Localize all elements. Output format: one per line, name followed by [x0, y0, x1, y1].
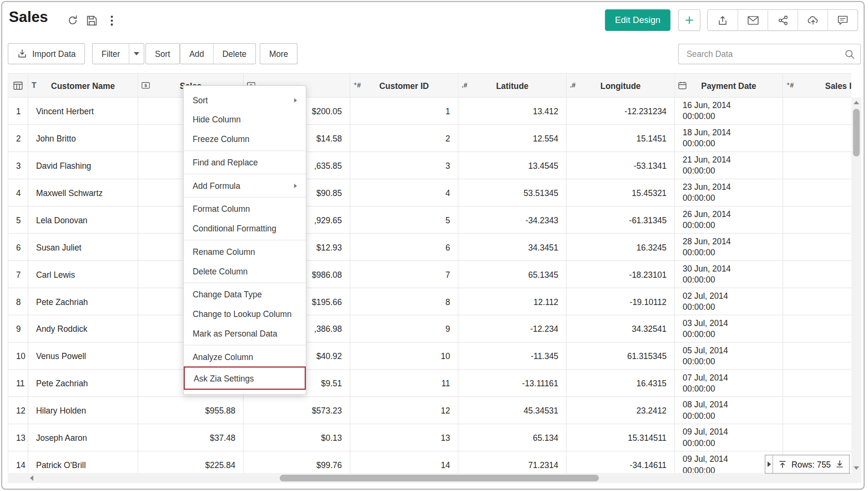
filter-dropdown-button[interactable] — [129, 44, 144, 64]
menu-item-change-to-lookup-column[interactable]: Change to Lookup Column — [184, 304, 306, 324]
cell-sales-last[interactable] — [783, 370, 851, 397]
cell-payment-date[interactable]: 26 Jun, 201400:00:00 — [675, 206, 783, 233]
cell-payment-date[interactable]: 09 Jul, 201400:00:00 — [675, 424, 783, 451]
cell-customer-name[interactable]: Lela Donovan — [28, 206, 138, 233]
cell-payment-date[interactable]: 30 Jun, 201400:00:00 — [675, 261, 783, 288]
cell-customer-id[interactable]: 7 — [350, 261, 459, 288]
cell-customer-id[interactable]: 13 — [350, 424, 459, 451]
cell-longitude[interactable]: 16.4315 — [567, 370, 675, 397]
menu-item-hide-column[interactable]: Hide Column — [184, 110, 306, 130]
menu-item-change-data-type[interactable]: Change Data Type — [184, 285, 306, 305]
add-button[interactable]: Add — [181, 44, 213, 64]
cell-customer-id[interactable]: 8 — [350, 288, 459, 315]
cell-longitude[interactable]: 15.45321 — [567, 179, 675, 206]
column-header-customer-name[interactable]: T Customer Name — [28, 74, 138, 98]
menu-item-find-and-replace[interactable]: Find and Replace — [184, 153, 306, 172]
cell-customer-id[interactable]: 3 — [350, 152, 459, 179]
cell-longitude[interactable]: 34.32541 — [567, 315, 675, 342]
search-icon[interactable] — [845, 49, 855, 59]
cell-latitude[interactable]: 12.554 — [458, 125, 567, 152]
vertical-scrollbar[interactable] — [851, 98, 861, 473]
horizontal-scrollbar[interactable] — [8, 473, 861, 483]
cell-longitude[interactable]: -18.23101 — [567, 261, 675, 288]
email-button[interactable] — [738, 10, 768, 31]
cell-customer-name[interactable]: David Flashing — [28, 152, 138, 179]
cell-payment-date[interactable]: 16 Jun, 201400:00:00 — [675, 98, 783, 125]
cell-sales-last[interactable] — [783, 315, 851, 342]
cell-customer-id[interactable]: 1 — [350, 98, 459, 125]
rows-widget-collapse-button[interactable] — [765, 455, 773, 474]
share-button[interactable] — [768, 10, 798, 31]
cell-customer-id[interactable]: 9 — [350, 315, 459, 342]
cell-longitude[interactable]: -19.10112 — [567, 288, 675, 315]
row-number[interactable]: 9 — [8, 315, 28, 342]
cell-longitude[interactable]: 23.2412 — [567, 397, 675, 424]
cell-payment-date[interactable]: 02 Jul, 201400:00:00 — [675, 288, 783, 315]
row-number[interactable]: 3 — [8, 152, 28, 179]
cell-customer-id[interactable]: 12 — [350, 397, 459, 424]
row-number[interactable]: 6 — [8, 233, 28, 261]
cell-payment-date[interactable]: 18 Jun, 201400:00:00 — [675, 125, 783, 152]
column-header-payment-date[interactable]: Payment Date — [675, 74, 783, 98]
comments-button[interactable] — [827, 10, 857, 31]
cell-sales-last[interactable] — [783, 179, 851, 206]
cell-customer-name[interactable]: Carl Lewis — [28, 261, 138, 288]
import-data-button[interactable]: Import Data — [8, 43, 85, 64]
cell-sales-last[interactable] — [783, 125, 851, 152]
cell-payment-date[interactable]: 05 Jul, 201400:00:00 — [675, 342, 783, 370]
cell-customer-id[interactable]: 2 — [350, 125, 459, 152]
column-header-sales-last[interactable]: ⁺# Sales I — [783, 74, 851, 98]
vertical-scrollbar-thumb[interactable] — [853, 109, 860, 156]
cell-sales-last[interactable] — [783, 288, 851, 315]
cell-latitude[interactable]: 45.34531 — [458, 397, 567, 424]
cell-longitude[interactable]: 61.315345 — [567, 342, 675, 370]
cell-payment-date[interactable]: 23 Jun, 201400:00:00 — [675, 179, 783, 206]
refresh-button[interactable] — [65, 13, 80, 28]
cell-customer-id[interactable]: 11 — [350, 370, 459, 397]
menu-item-sort[interactable]: Sort — [184, 90, 306, 110]
edit-design-button[interactable]: Edit Design — [605, 9, 670, 31]
more-button[interactable]: More — [260, 43, 298, 64]
cell-sales-last[interactable] — [783, 261, 851, 288]
cell-customer-name[interactable]: Maxwell Schwartz — [28, 179, 138, 206]
filter-button[interactable]: Filter — [93, 44, 129, 64]
cell-customer-name[interactable]: Vincent Herbert — [28, 98, 138, 125]
cell-latitude[interactable]: 71.2314 — [458, 451, 567, 473]
cell-payment-date[interactable]: 21 Jun, 201400:00:00 — [675, 152, 783, 179]
scroll-left-arrow[interactable] — [30, 475, 33, 481]
menu-item-analyze-column[interactable]: Analyze Column — [184, 347, 306, 367]
row-number[interactable]: 1 — [8, 98, 28, 125]
row-number[interactable]: 7 — [8, 261, 28, 288]
cell-longitude[interactable]: 15.314511 — [567, 424, 675, 451]
cell-latitude[interactable]: 53.51345 — [458, 179, 567, 206]
column-header-customer-id[interactable]: ⁺# Customer ID — [350, 74, 459, 98]
publish-button[interactable] — [798, 10, 828, 31]
cell-longitude[interactable]: -12.231234 — [567, 98, 675, 125]
sort-button[interactable]: Sort — [145, 43, 179, 64]
row-number[interactable]: 2 — [8, 125, 28, 152]
cell-longitude[interactable]: -34.14611 — [567, 451, 675, 473]
cell-sales-selected[interactable]: $955.88 — [138, 397, 244, 424]
menu-item-freeze-column[interactable]: Freeze Column — [184, 129, 306, 149]
column-header-longitude[interactable]: .# Longitude — [567, 74, 675, 98]
row-number[interactable]: 14 — [8, 451, 28, 473]
cell-sales-last[interactable] — [783, 397, 851, 424]
cell-customer-name[interactable]: Susan Juliet — [28, 233, 138, 261]
column-header-latitude[interactable]: .# Latitude — [458, 74, 567, 98]
cell-latitude[interactable]: -34.2343 — [458, 206, 567, 233]
cell-hidden-currency[interactable]: $573.23 — [243, 397, 350, 424]
cell-longitude[interactable]: -53.1341 — [567, 152, 675, 179]
cell-customer-name[interactable]: Joseph Aaron — [28, 424, 138, 451]
menu-item-add-formula[interactable]: Add Formula — [184, 176, 306, 196]
cell-customer-id[interactable]: 5 — [350, 206, 459, 233]
row-number[interactable]: 10 — [8, 342, 28, 370]
row-number[interactable]: 12 — [8, 397, 28, 424]
cell-latitude[interactable]: 65.134 — [458, 424, 567, 451]
delete-button[interactable]: Delete — [213, 44, 256, 64]
cell-customer-name[interactable]: Andy Roddick — [28, 315, 138, 342]
menu-item-conditional-formatting[interactable]: Conditional Formatting — [184, 218, 306, 238]
menu-item-format-column[interactable]: Format Column — [184, 199, 306, 219]
cell-payment-date[interactable]: 03 Jul, 201400:00:00 — [675, 315, 783, 342]
cell-customer-name[interactable]: John Britto — [28, 125, 138, 152]
scroll-to-bottom-button[interactable] — [836, 460, 844, 468]
